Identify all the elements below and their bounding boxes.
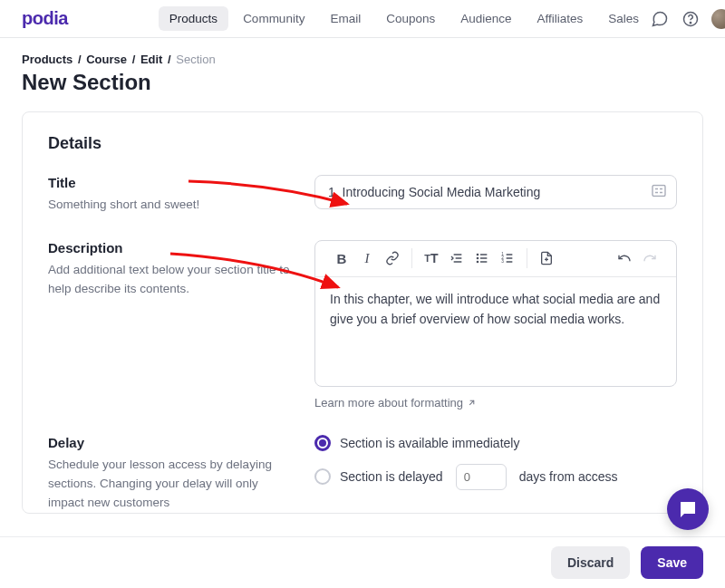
nav-affiliates[interactable]: Affiliates bbox=[527, 6, 594, 31]
description-row: Description Add additional text below yo… bbox=[48, 240, 677, 410]
bullet-list-icon[interactable] bbox=[470, 246, 494, 270]
editor-content[interactable]: In this chapter, we will introduce what … bbox=[315, 277, 676, 386]
breadcrumb-sep: / bbox=[166, 53, 173, 66]
nav-sales[interactable]: Sales bbox=[597, 6, 650, 31]
delay-help: Schedule your lesson access by delaying … bbox=[48, 456, 293, 513]
svg-point-1 bbox=[690, 22, 691, 23]
svg-point-15 bbox=[477, 262, 478, 263]
primary-nav: Products Community Email Coupons Audienc… bbox=[159, 6, 650, 31]
numbered-list-icon[interactable]: 123 bbox=[496, 246, 519, 270]
link-icon[interactable] bbox=[381, 246, 404, 270]
text-size-icon[interactable]: TT bbox=[420, 246, 443, 270]
breadcrumb: Products / Course / Edit / Section bbox=[22, 53, 703, 66]
svg-point-13 bbox=[477, 255, 478, 255]
nav-email[interactable]: Email bbox=[319, 6, 372, 31]
delay-option-immediate[interactable]: Section is available immediately bbox=[314, 435, 677, 451]
italic-icon[interactable]: I bbox=[355, 246, 379, 270]
bold-icon[interactable]: B bbox=[330, 246, 353, 270]
svg-rect-2 bbox=[652, 186, 665, 197]
delay-row: Delay Schedule your lesson access by del… bbox=[48, 435, 677, 513]
redo-icon[interactable] bbox=[638, 246, 662, 270]
breadcrumb-sep: / bbox=[130, 53, 138, 66]
breadcrumb-products[interactable]: Products bbox=[22, 53, 72, 66]
topbar-actions bbox=[650, 9, 725, 29]
chat-icon[interactable] bbox=[650, 9, 670, 29]
delay-days-input[interactable] bbox=[456, 464, 507, 490]
delay-option-delayed[interactable]: Section is delayed days from access bbox=[314, 464, 677, 490]
delay-delayed-post: days from access bbox=[519, 469, 618, 484]
svg-text:3: 3 bbox=[501, 260, 504, 265]
radio-selected-icon[interactable] bbox=[314, 435, 331, 451]
title-input[interactable] bbox=[314, 175, 677, 209]
description-help: Add additional text below your section t… bbox=[48, 261, 293, 299]
nav-community[interactable]: Community bbox=[232, 6, 315, 31]
attachment-icon[interactable] bbox=[535, 246, 558, 270]
nav-audience[interactable]: Audience bbox=[450, 6, 522, 31]
editor-toolbar: B I TT bbox=[315, 241, 676, 277]
svg-point-14 bbox=[477, 258, 478, 259]
undo-icon[interactable] bbox=[613, 246, 636, 270]
description-label: Description bbox=[48, 240, 293, 255]
nav-products[interactable]: Products bbox=[159, 6, 228, 31]
breadcrumb-edit[interactable]: Edit bbox=[140, 53, 163, 66]
brand-logo[interactable]: podia bbox=[22, 8, 68, 29]
page-title: New Section bbox=[22, 70, 703, 95]
nav-coupons[interactable]: Coupons bbox=[375, 6, 446, 31]
delay-immediate-label: Section is available immediately bbox=[340, 436, 519, 450]
avatar[interactable] bbox=[711, 9, 725, 29]
details-heading: Details bbox=[48, 134, 677, 153]
help-icon[interactable] bbox=[681, 9, 701, 29]
title-row: Title Something short and sweet! bbox=[48, 175, 677, 215]
quote-icon[interactable] bbox=[445, 246, 469, 270]
rich-text-editor: B I TT bbox=[314, 240, 677, 387]
details-card: Details Title Something short and sweet! bbox=[22, 111, 703, 514]
breadcrumb-current: Section bbox=[176, 53, 215, 66]
breadcrumb-sep: / bbox=[76, 53, 83, 66]
learn-more-link[interactable]: Learn more about formatting bbox=[314, 396, 477, 410]
form-icon bbox=[652, 185, 666, 200]
breadcrumb-course[interactable]: Course bbox=[86, 53, 127, 66]
title-help: Something short and sweet! bbox=[48, 196, 293, 215]
delay-label: Delay bbox=[48, 435, 293, 450]
topbar: podia Products Community Email Coupons A… bbox=[0, 0, 725, 38]
learn-more-label: Learn more about formatting bbox=[314, 396, 463, 410]
page: Products / Course / Edit / Section New S… bbox=[0, 38, 725, 514]
title-label: Title bbox=[48, 175, 293, 190]
delay-delayed-pre: Section is delayed bbox=[340, 469, 443, 484]
radio-unselected-icon[interactable] bbox=[314, 468, 331, 485]
